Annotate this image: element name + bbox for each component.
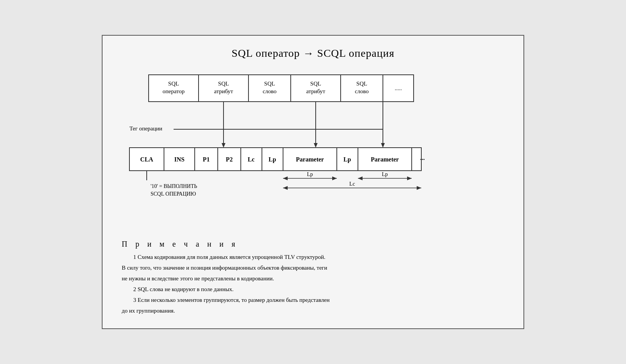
note-2: 2 SQL слова не кодируют в поле данных. xyxy=(122,285,508,294)
svg-marker-28 xyxy=(222,143,225,148)
notes-text: 1 Схема кодирования для поля данных явля… xyxy=(122,252,508,315)
svg-marker-69 xyxy=(283,186,288,190)
svg-marker-36 xyxy=(381,143,385,148)
svg-text:SCQL ОПЕРАЦИЮ: SCQL ОПЕРАЦИЮ xyxy=(151,191,196,197)
svg-marker-61 xyxy=(283,176,288,180)
notes-title: П р и м е ч а н и я xyxy=(122,240,508,249)
svg-text:.....: ..... xyxy=(395,85,402,91)
diagram-svg: SQL оператор SQL атрибут SQL слово SQL а… xyxy=(118,71,510,232)
svg-text:'10' = ВЫПОЛНИТЬ: '10' = ВЫПОЛНИТЬ xyxy=(151,183,197,189)
svg-text:SQL: SQL xyxy=(168,81,179,87)
svg-text:Lp: Lp xyxy=(343,156,351,163)
svg-text:SQL: SQL xyxy=(356,81,367,87)
svg-text:···: ··· xyxy=(420,156,425,163)
svg-marker-62 xyxy=(332,176,337,180)
svg-text:Тег операции: Тег операции xyxy=(129,125,162,132)
svg-text:Lp: Lp xyxy=(268,156,276,163)
svg-text:оператор: оператор xyxy=(162,88,184,94)
note-3b: до их группирования. xyxy=(122,306,508,315)
svg-text:Lc: Lc xyxy=(349,181,355,187)
svg-text:Parameter: Parameter xyxy=(296,156,324,163)
svg-text:слово: слово xyxy=(355,88,369,94)
svg-text:INS: INS xyxy=(174,156,185,163)
page-title: SQL оператор → SCQL операция xyxy=(118,47,508,59)
main-container: SQL оператор → SCQL операция SQL операто… xyxy=(102,35,524,329)
svg-text:P1: P1 xyxy=(203,156,210,163)
svg-text:слово: слово xyxy=(263,88,277,94)
svg-text:Lp: Lp xyxy=(382,171,388,177)
note-1c: не нужны и вследствие этого не представл… xyxy=(122,274,508,283)
svg-marker-66 xyxy=(407,176,412,180)
notes-section: П р и м е ч а н и я 1 Схема кодирования … xyxy=(118,240,508,315)
note-1b: В силу того, что значение и позиция инфо… xyxy=(122,263,508,272)
note-1: 1 Схема кодирования для поля данных явля… xyxy=(122,252,508,262)
svg-text:SQL: SQL xyxy=(310,81,321,87)
svg-text:SQL: SQL xyxy=(218,81,229,87)
svg-text:Lc: Lc xyxy=(248,156,255,163)
svg-text:Lp: Lp xyxy=(307,171,313,177)
note-3: 3 Если несколько элементов группируются,… xyxy=(122,295,508,305)
svg-text:атрибут: атрибут xyxy=(214,88,233,94)
svg-marker-70 xyxy=(417,186,421,190)
svg-text:Parameter: Parameter xyxy=(371,156,399,163)
svg-text:SQL: SQL xyxy=(264,81,275,87)
svg-marker-32 xyxy=(314,143,318,148)
svg-marker-65 xyxy=(358,176,363,180)
svg-text:P2: P2 xyxy=(226,156,233,163)
svg-text:CLA: CLA xyxy=(140,156,153,163)
svg-text:атрибут: атрибут xyxy=(306,88,325,94)
